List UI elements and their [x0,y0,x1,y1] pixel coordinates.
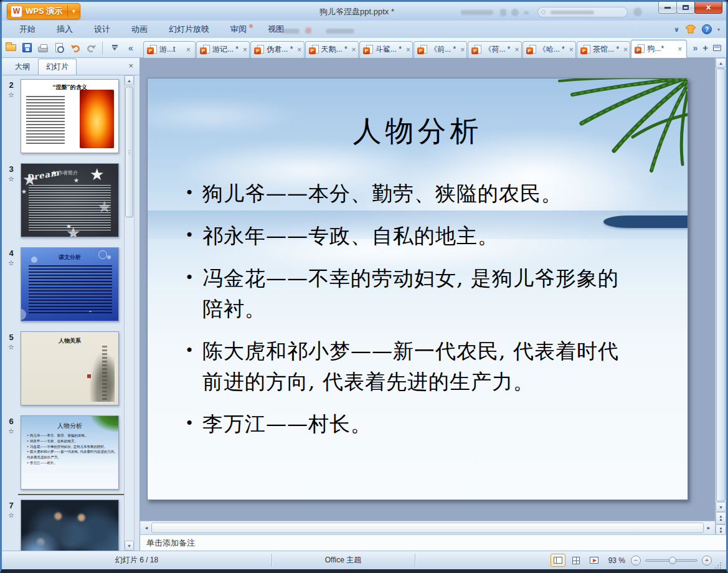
scroll-down-button[interactable]: ▼ [716,502,726,512]
menu-item[interactable]: 审阅 [230,24,247,35]
blurred-search-icon [633,7,642,16]
document-tab[interactable]: 《前... * × [414,41,467,58]
tab-close-icon[interactable]: × [677,45,683,53]
document-tab[interactable]: 伪君... * × [250,41,304,58]
zoom-percentage: 93 % [608,556,625,565]
slide-thumbnail[interactable]: “涅槃”的含义 [21,79,119,153]
menu-item[interactable]: 开始 [19,24,35,35]
collapse-ribbon-icon[interactable]: ∨ [674,26,679,34]
panel-scroll-up-button[interactable]: ▲ [125,75,134,85]
scroll-up-button[interactable]: ▲ [716,58,726,68]
animation-star-icon[interactable]: ☆ [2,175,21,183]
slide-thumbnail[interactable] [21,500,119,551]
scroll-tabs-right-button[interactable]: » [693,44,697,52]
slide-thumbnail[interactable]: 人物分析 • 狗儿爷——本分、勤劳、狭隘的农民。 • 祁永年——专政、自私的地主… [21,415,119,490]
menu-item[interactable]: 动画 [131,24,148,35]
undo-button[interactable] [68,40,83,55]
tab-close-icon[interactable]: × [242,46,248,54]
tab-close-icon[interactable]: × [460,46,465,54]
document-tab[interactable]: 茶馆... * × [577,41,630,58]
tab-close-icon[interactable]: × [623,46,628,54]
panel-scroll-down-button[interactable]: ▼ [125,541,134,551]
slide-canvas[interactable]: 人物分析 • 狗儿爷——本分、勤劳、狭隘的农民。 • 祁永年——专政、自私的地主… [140,58,715,521]
close-button[interactable]: × [694,2,722,14]
main-vertical-scrollbar[interactable]: ▲ ▼ ▲ ▲ ▼ ▼ [715,58,726,537]
open-button[interactable] [3,40,18,55]
animation-star-icon[interactable]: ☆ [2,259,21,267]
menu-item[interactable]: 幻灯片放映 [169,24,209,35]
document-tab[interactable]: 《哈... * × [522,41,576,58]
slide-thumbnail[interactable]: 课文分析 [21,247,119,321]
document-tab[interactable]: 斗鲨... * × [359,41,413,58]
maximize-button[interactable] [676,2,695,14]
animation-star-icon[interactable]: ☆ [2,511,21,519]
slide-thumbnail-row: 5 ☆ 人物关系 [2,331,124,405]
redo-button[interactable] [84,40,99,55]
panel-scrollbar-thumb[interactable] [125,87,133,217]
bullet-text: 李万江——村长。 [202,409,679,439]
document-tab[interactable]: 《荷... * × [468,41,521,58]
scroll-right-button[interactable]: ► [704,523,714,533]
new-tab-button[interactable]: + [702,43,708,52]
tab-outline[interactable]: 大纲 [7,59,38,75]
document-tab[interactable]: 天鹅... * × [305,41,359,58]
help-icon[interactable]: ? [702,24,712,34]
slide-thumbnail[interactable]: 人物关系 [21,331,119,405]
document-tab[interactable]: 游记... * × [196,41,250,58]
slide-sorter-button[interactable] [569,554,584,567]
minimize-button[interactable] [658,2,677,14]
blurred-settings-icon [511,9,519,16]
current-slide[interactable]: 人物分析 • 狗儿爷——本分、勤劳、狭隘的农民。 • 祁永年——专政、自私的地主… [147,78,688,500]
thumbnail-bullets-text: • 狗儿爷——本分、勤劳、狭隘的农民。 • 祁永年——专政、自私的地主。 • 冯… [27,433,116,466]
zoom-in-button[interactable]: + [702,556,712,566]
tab-slides[interactable]: 幻灯片 [38,59,77,75]
save-button[interactable] [19,40,34,55]
vertical-scrollbar-thumb[interactable] [716,69,726,501]
tab-close-icon[interactable]: × [569,46,574,54]
zoom-out-button[interactable]: − [631,556,641,566]
document-tab[interactable]: 游...t × [143,41,196,58]
menu-item[interactable]: 设计 [94,24,110,35]
blurred-account-name [461,10,493,15]
horizontal-scrollbar-thumb[interactable] [151,523,704,533]
thumbnail-artwork [86,342,115,402]
tab-close-icon[interactable]: × [514,46,520,54]
tab-close-icon[interactable]: × [186,46,191,54]
print-preview-button[interactable] [52,40,67,55]
animation-star-icon[interactable]: ☆ [2,91,21,99]
document-tab[interactable]: 狗...* × [631,40,687,58]
blurred-caret [524,11,529,14]
help-dropdown-icon[interactable]: ▾ [717,27,720,32]
tab-close-icon[interactable]: × [296,46,302,54]
menu-item[interactable]: 插入 [57,24,73,35]
print-button[interactable] [35,40,50,55]
slide-title[interactable]: 人物分析 [148,112,688,151]
titlebar-search-box[interactable] [537,7,628,17]
slide-thumbnail-row: 3 ☆ Dream 作者简介 [2,163,124,237]
slideshow-button[interactable] [587,554,602,567]
animation-star-icon[interactable]: ☆ [2,343,21,351]
main-horizontal-scrollbar[interactable]: ◄ ► [140,521,715,534]
previous-slide-button[interactable]: ▲ ▲ [716,512,726,524]
animation-star-icon[interactable]: ☆ [2,427,21,435]
skin-shirt-icon[interactable] [685,24,696,34]
panel-scrollbar[interactable]: ▲ ▼ [124,75,135,551]
normal-view-button[interactable] [551,554,565,567]
toolbar-options-button[interactable] [107,40,122,55]
zoom-slider-thumb[interactable] [669,557,676,564]
scroll-tabs-left-button[interactable]: « [123,40,138,55]
notes-input[interactable]: 单击添加备注 [140,534,726,551]
slide-thumbnail-row: 6 ☆ 人物分析 • 狗儿爷——本分、勤劳、狭隘的农民。 • 祁永年——专政、自… [2,415,124,490]
tab-list-button[interactable] [713,45,721,51]
wps-app-button[interactable]: W WPS 演示 ▾ [7,3,80,19]
zoom-slider[interactable] [645,559,697,562]
wps-button-dropdown-icon[interactable]: ▾ [70,8,77,14]
scroll-left-button[interactable]: ◄ [141,523,151,533]
ppt-file-icon [526,45,536,54]
resize-grip[interactable] [715,557,721,564]
slide-thumbnail[interactable]: Dream 作者简介 [21,163,119,237]
slide-body-text[interactable]: • 狗儿爷——本分、勤劳、狭隘的农民。 • 祁永年——专政、自私的地主。 • 冯… [148,178,688,439]
tab-close-icon[interactable]: × [351,46,357,54]
panel-close-icon[interactable]: × [128,62,133,70]
tab-close-icon[interactable]: × [405,46,411,54]
